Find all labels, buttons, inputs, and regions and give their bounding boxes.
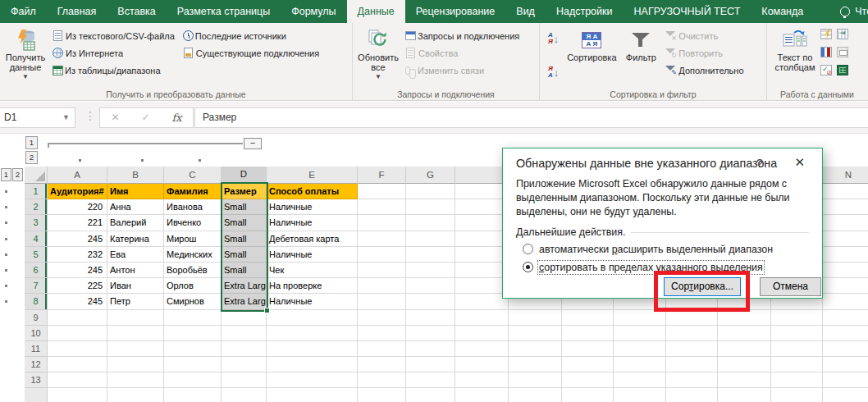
sort-descending-button[interactable]: ЯА ↓ bbox=[546, 64, 561, 80]
cell-C11[interactable] bbox=[164, 341, 222, 357]
column-header-A[interactable]: A bbox=[48, 167, 107, 184]
cell-A8[interactable]: 245 bbox=[48, 294, 107, 309]
cell-G2[interactable] bbox=[406, 199, 455, 215]
row-header-10[interactable]: 10 bbox=[25, 326, 48, 341]
cell-C1[interactable]: Фамилия bbox=[164, 184, 222, 199]
cell-N10[interactable] bbox=[823, 326, 868, 341]
tab-нагрузочный-тест[interactable]: НАГРУЗОЧНЫЙ ТЕСТ bbox=[624, 0, 752, 23]
cell-c1212[interactable] bbox=[718, 357, 771, 372]
cell-c77[interactable] bbox=[455, 278, 509, 294]
cell-B12[interactable] bbox=[107, 357, 164, 372]
column-header-F[interactable]: F bbox=[358, 167, 406, 184]
cell-D7[interactable]: Extra Large bbox=[222, 278, 267, 294]
cell-c73[interactable] bbox=[455, 215, 509, 231]
cell-B13[interactable] bbox=[107, 372, 164, 388]
row-outline-level-1-button[interactable]: 1 bbox=[1, 168, 11, 181]
column-collapse-button[interactable]: − bbox=[244, 138, 262, 149]
cell-c812[interactable] bbox=[509, 357, 562, 372]
cell-B8[interactable]: Петр bbox=[107, 294, 164, 309]
select-all-corner[interactable] bbox=[25, 167, 48, 184]
cell-N3[interactable] bbox=[823, 215, 868, 231]
tab-файл[interactable]: Файл bbox=[0, 0, 47, 23]
cell-D11[interactable] bbox=[222, 341, 267, 357]
cell-B[interactable] bbox=[107, 388, 164, 402]
cell-c1311[interactable] bbox=[771, 341, 823, 357]
column-header-N[interactable]: N bbox=[823, 167, 868, 184]
cell-A9[interactable] bbox=[48, 310, 107, 326]
tab-вид[interactable]: Вид bbox=[505, 0, 546, 23]
cell-G10[interactable] bbox=[406, 326, 455, 341]
cell-c1111[interactable] bbox=[666, 341, 718, 357]
cell-C4[interactable]: Мирош bbox=[164, 231, 222, 247]
cell-G[interactable] bbox=[406, 388, 455, 402]
row-header-1[interactable]: 1 bbox=[25, 184, 48, 199]
cell-B2[interactable]: Анна bbox=[107, 199, 164, 215]
cancel-icon[interactable]: ✕ bbox=[111, 108, 119, 127]
cell-G11[interactable] bbox=[406, 341, 455, 357]
cell-c109[interactable] bbox=[614, 310, 666, 326]
cell-C[interactable] bbox=[164, 388, 222, 402]
cell-N[interactable] bbox=[823, 388, 868, 402]
cell-E8[interactable]: Наличные bbox=[267, 294, 358, 309]
insert-function-icon[interactable]: fx bbox=[171, 108, 181, 127]
cell-c1211[interactable] bbox=[718, 341, 771, 357]
cell-A[interactable] bbox=[48, 388, 107, 402]
cell-F1[interactable] bbox=[358, 184, 406, 199]
cell-c1013[interactable] bbox=[614, 372, 666, 388]
cell-C9[interactable] bbox=[164, 310, 222, 326]
cell-c78[interactable] bbox=[455, 294, 509, 309]
radio-continue-with-selection[interactable]: сортировать в пределах указанного выделе… bbox=[523, 260, 809, 274]
tab-вставка[interactable]: Вставка bbox=[107, 0, 166, 23]
name-box[interactable]: D1 ▼ bbox=[0, 107, 75, 128]
cell-A11[interactable] bbox=[48, 341, 107, 357]
cell-c1310[interactable] bbox=[771, 326, 823, 341]
cell-A13[interactable] bbox=[48, 372, 107, 388]
cell-E1[interactable]: Способ оплаты bbox=[267, 184, 358, 199]
web-button[interactable]: Из Интернета bbox=[48, 44, 179, 62]
cell-G1[interactable] bbox=[406, 184, 455, 199]
cell-F[interactable] bbox=[358, 388, 406, 402]
cell-G12[interactable] bbox=[406, 357, 455, 372]
cell-C7[interactable]: Орлов bbox=[164, 278, 222, 294]
cell-F2[interactable] bbox=[358, 199, 406, 215]
cell-C3[interactable]: Ивченко bbox=[164, 215, 222, 231]
cell-c712[interactable] bbox=[455, 357, 509, 372]
cell-c10[interactable] bbox=[614, 388, 666, 402]
cell-E10[interactable] bbox=[267, 326, 358, 341]
cell-G5[interactable] bbox=[406, 247, 455, 263]
cell-N11[interactable] bbox=[823, 341, 868, 357]
cell-B4[interactable]: Катерина bbox=[107, 231, 164, 247]
consolidate-icon[interactable] bbox=[837, 29, 848, 39]
cell-c11[interactable] bbox=[666, 388, 718, 402]
cell-N1[interactable] bbox=[823, 184, 868, 199]
row-header-13[interactable]: 13 bbox=[25, 372, 48, 388]
cell-c811[interactable] bbox=[509, 341, 562, 357]
formula-bar-splitter[interactable]: ⋮ bbox=[85, 109, 96, 122]
cell-E9[interactable] bbox=[267, 310, 358, 326]
cell-G8[interactable] bbox=[406, 294, 455, 309]
cell-c129[interactable] bbox=[718, 310, 771, 326]
tab-надстройки[interactable]: Надстройки bbox=[546, 0, 624, 23]
cell-c813[interactable] bbox=[509, 372, 562, 388]
tab-рецензирование[interactable]: Рецензирование bbox=[405, 0, 506, 23]
row-header-7[interactable]: 7 bbox=[25, 278, 48, 294]
cell-D5[interactable]: Small bbox=[222, 247, 267, 263]
row-outline-level-2-button[interactable]: 2 bbox=[12, 168, 23, 181]
cell-D13[interactable] bbox=[222, 372, 267, 388]
cell-A5[interactable]: 232 bbox=[48, 247, 107, 263]
text-to-columns-button[interactable]: Текст по столбцам bbox=[770, 25, 820, 89]
cell-G7[interactable] bbox=[406, 278, 455, 294]
cell-B3[interactable]: Валерий bbox=[107, 215, 164, 231]
cell-N12[interactable] bbox=[823, 357, 868, 372]
cell-G13[interactable] bbox=[406, 372, 455, 388]
cell-G4[interactable] bbox=[406, 231, 455, 247]
cell-B10[interactable] bbox=[107, 326, 164, 341]
column-outline-level-1-button[interactable]: 1 bbox=[25, 136, 38, 149]
queries-button[interactable]: Запросы и подключения bbox=[401, 27, 523, 44]
cell-A7[interactable]: 225 bbox=[48, 278, 107, 294]
cell-c1213[interactable] bbox=[718, 372, 771, 388]
cell-c71[interactable] bbox=[455, 184, 509, 199]
cell-N8[interactable] bbox=[823, 294, 868, 309]
column-header-E[interactable]: E bbox=[267, 167, 358, 184]
cell-N9[interactable] bbox=[823, 310, 868, 326]
